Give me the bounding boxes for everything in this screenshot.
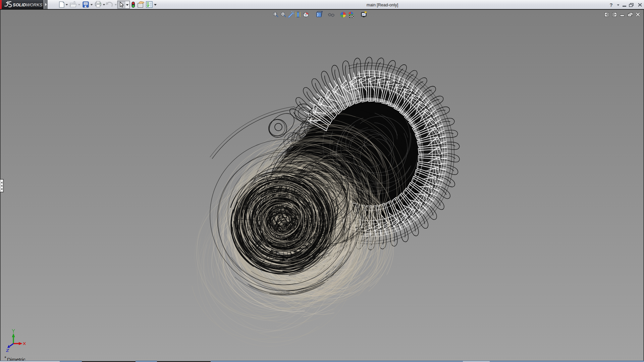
- svg-text:main [Read-only]: main [Read-only]: [367, 3, 398, 7]
- svg-text:SOLIDWORKS: SOLIDWORKS: [13, 2, 43, 7]
- svg-text:*: *: [4, 355, 6, 361]
- svg-text:?: ?: [609, 2, 612, 8]
